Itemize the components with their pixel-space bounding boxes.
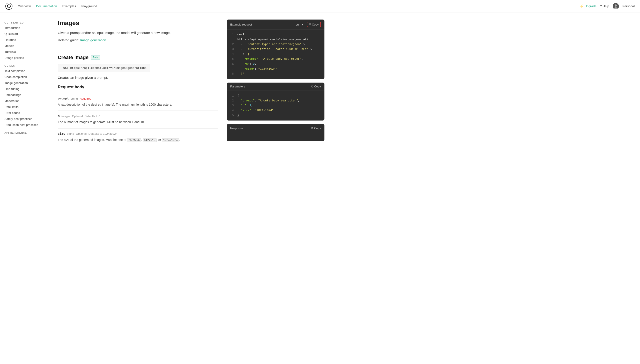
param-prompt-header: prompt string Required bbox=[58, 97, 218, 100]
param-prompt-type: string bbox=[71, 97, 78, 100]
main-content: Images Given a prompt and/or an input im… bbox=[49, 12, 640, 153]
response-copy-label: Copy bbox=[314, 126, 321, 130]
code-line-5: 5 "prompt": "A cute baby sea otter", bbox=[230, 56, 321, 62]
sidebar-section-get-started: GET STARTED bbox=[0, 20, 49, 25]
sidebar-item-fine-tuning[interactable]: Fine-tuning bbox=[0, 86, 49, 92]
parameters-title: Parameters bbox=[230, 85, 245, 88]
create-image-title: Create image bbox=[58, 54, 88, 60]
openai-logo[interactable] bbox=[5, 3, 13, 10]
sidebar-item-libraries[interactable]: Libraries bbox=[0, 37, 49, 43]
sidebar: GET STARTED Introduction Quickstart Libr… bbox=[0, 12, 49, 153]
doc-section: Images Given a prompt and/or an input im… bbox=[58, 20, 218, 146]
example-request-controls: curl ▼ ⧉ Copy bbox=[296, 22, 321, 27]
page-layout: GET STARTED Introduction Quickstart Libr… bbox=[0, 12, 640, 153]
param-line-4: 4 "size": "1024x1024" bbox=[230, 108, 321, 113]
beta-badge: Beta bbox=[91, 55, 100, 60]
code-line-8: 8 }' bbox=[230, 72, 321, 76]
param-n-optional: Optional bbox=[72, 114, 83, 118]
copy-icon-response: ⧉ bbox=[311, 126, 313, 130]
sidebar-item-models[interactable]: Models bbox=[0, 43, 49, 49]
sidebar-item-error-codes[interactable]: Error codes bbox=[0, 110, 49, 116]
lightning-icon: ⚡ bbox=[580, 4, 583, 8]
parameters-copy-button[interactable]: ⧉ Copy bbox=[311, 85, 321, 88]
example-copy-button[interactable]: ⧉ Copy bbox=[307, 22, 321, 27]
lang-label: curl bbox=[296, 23, 300, 26]
response-header: Response ⧉ Copy bbox=[227, 124, 324, 132]
header-right: ⚡ Upgrade ? Help Personal bbox=[580, 3, 635, 9]
personal-label[interactable]: Personal bbox=[622, 4, 635, 8]
page-description: Given a prompt and/or an input image, th… bbox=[58, 30, 218, 36]
param-prompt: prompt string Required A text descriptio… bbox=[58, 93, 218, 110]
param-n-desc: The number of images to generate. Must b… bbox=[58, 120, 218, 124]
sidebar-section-api-reference: API REFERENCE bbox=[0, 130, 49, 135]
sidebar-item-usage-policies[interactable]: Usage policies bbox=[0, 55, 49, 61]
sidebar-item-embeddings[interactable]: Embeddings bbox=[0, 92, 49, 98]
response-code bbox=[227, 132, 324, 141]
copy-label: Copy bbox=[312, 23, 319, 26]
nav-documentation[interactable]: Documentation bbox=[36, 4, 57, 8]
page-title: Images bbox=[58, 20, 218, 27]
param-line-1: 1 { bbox=[230, 94, 321, 98]
sidebar-item-quickstart[interactable]: Quickstart bbox=[0, 31, 49, 37]
copy-icon-params: ⧉ bbox=[311, 85, 313, 88]
code-line-1: 1 curl https://api.openai.com/v1/images/… bbox=[230, 32, 321, 42]
response-copy-button[interactable]: ⧉ Copy bbox=[311, 126, 321, 130]
param-line-3: 3 "n": 2, bbox=[230, 103, 321, 108]
copy-icon: ⧉ bbox=[309, 23, 311, 26]
nav-playground[interactable]: Playground bbox=[81, 4, 97, 8]
code-line-2: 2 -H 'Content-Type: application/json' \ bbox=[230, 42, 321, 47]
parameters-code: 1 { 2 "prompt": "A cute baby sea otter",… bbox=[227, 91, 324, 120]
header: Overview Documentation Examples Playgrou… bbox=[0, 0, 640, 12]
example-request-code: 1 curl https://api.openai.com/v1/images/… bbox=[227, 30, 324, 79]
content-grid: Images Given a prompt and/or an input im… bbox=[58, 20, 324, 146]
creates-desc: Creates an image given a prompt. bbox=[58, 76, 218, 80]
sidebar-section-guides: GUIDES bbox=[0, 62, 49, 68]
param-size-default: Defaults to 1024x1024 bbox=[88, 132, 117, 136]
param-prompt-required: Required bbox=[80, 97, 91, 100]
code-line-6: 6 "n": 2, bbox=[230, 62, 321, 66]
code-line-4: 4 -d '{ bbox=[230, 52, 321, 56]
param-size-type: string bbox=[67, 132, 74, 136]
sidebar-item-code-completion[interactable]: Code completion bbox=[0, 74, 49, 80]
sidebar-item-rate-limits[interactable]: Rate limits bbox=[0, 104, 49, 110]
help-button[interactable]: ? Help bbox=[600, 4, 609, 8]
related-guide-prefix: Related guide: bbox=[58, 38, 79, 42]
nav-overview[interactable]: Overview bbox=[18, 4, 31, 8]
example-request-header: Example request curl ▼ ⧉ Copy bbox=[227, 20, 324, 30]
param-size-desc: The size of the generated images. Must b… bbox=[58, 138, 218, 142]
sidebar-item-tutorials[interactable]: Tutorials bbox=[0, 49, 49, 55]
sidebar-item-production-best-practices[interactable]: Production best practices bbox=[0, 122, 49, 128]
size-option-256: 256x256 bbox=[127, 138, 141, 142]
parameters-panel: Parameters ⧉ Copy 1 { 2 "pr bbox=[227, 82, 324, 120]
param-size-header: size string Optional Defaults to 1024x10… bbox=[58, 132, 218, 136]
param-n-default: Defaults to 1 bbox=[85, 114, 101, 118]
param-n-type: integer bbox=[61, 114, 70, 118]
sidebar-item-image-generation[interactable]: Image generation bbox=[0, 80, 49, 86]
lang-selector[interactable]: curl ▼ bbox=[296, 23, 304, 26]
related-guide-link[interactable]: Image generation bbox=[80, 38, 106, 42]
help-label: Help bbox=[603, 4, 609, 8]
parameters-header: Parameters ⧉ Copy bbox=[227, 82, 324, 91]
sidebar-item-introduction[interactable]: Introduction bbox=[0, 25, 49, 31]
size-option-1024: 1024x1024 bbox=[162, 138, 179, 142]
param-prompt-desc: A text description of the desired image(… bbox=[58, 102, 218, 107]
param-size-optional: Optional bbox=[76, 132, 86, 136]
nav-examples[interactable]: Examples bbox=[62, 4, 76, 8]
upgrade-button[interactable]: ⚡ Upgrade bbox=[580, 4, 596, 8]
sidebar-item-moderation[interactable]: Moderation bbox=[0, 98, 49, 104]
main-nav: Overview Documentation Examples Playgrou… bbox=[18, 4, 580, 8]
sidebar-item-text-completion[interactable]: Text completion bbox=[0, 68, 49, 74]
avatar[interactable] bbox=[613, 3, 619, 9]
parameters-copy-label: Copy bbox=[314, 85, 321, 88]
param-size-name: size bbox=[58, 132, 65, 136]
param-n-name: n bbox=[58, 114, 60, 118]
sidebar-item-safety-best-practices[interactable]: Safety best practices bbox=[0, 116, 49, 122]
response-title: Response bbox=[230, 126, 243, 130]
code-line-3: 3 -H 'Authorization: Bearer YOUR_API_KEY… bbox=[230, 47, 321, 52]
divider bbox=[58, 49, 218, 49]
code-panels: Example request curl ▼ ⧉ Copy bbox=[227, 20, 324, 146]
help-circle-icon: ? bbox=[600, 4, 602, 8]
param-line-5: 5 } bbox=[230, 113, 321, 118]
response-panel: Response ⧉ Copy bbox=[227, 124, 324, 141]
upgrade-label: Upgrade bbox=[584, 4, 596, 8]
